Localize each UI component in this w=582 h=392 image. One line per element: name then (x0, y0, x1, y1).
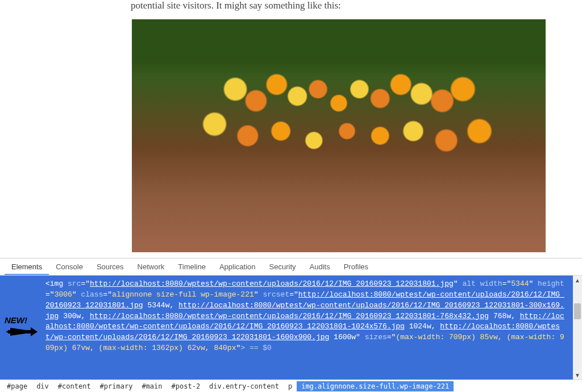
srcset-url-2[interactable]: http://localhost:8080/wptest/wp-content/… (90, 312, 489, 320)
dom-breadcrumb: #page div #content #primary #main #post-… (0, 380, 582, 392)
crumb-primary[interactable]: #primary (95, 381, 138, 391)
tab-profiles[interactable]: Profiles (337, 260, 375, 275)
crumb-content[interactable]: #content (53, 381, 95, 391)
scroll-up-icon[interactable]: ▲ (573, 276, 582, 285)
crumb-img[interactable]: img.alignnone.size-full.wp-image-221 (297, 381, 454, 391)
tab-audits[interactable]: Audits (303, 260, 337, 275)
crumb-p[interactable]: p (284, 381, 297, 391)
tab-elements[interactable]: Elements (5, 260, 49, 275)
scroll-track[interactable] (573, 285, 582, 370)
tab-security[interactable]: Security (263, 260, 303, 275)
tab-sources[interactable]: Sources (90, 260, 131, 275)
attr-height: 3006 (55, 290, 72, 299)
elements-panel-body: NEW! <img src="http://localhost:8080/wpt… (0, 276, 582, 380)
attr-width: 5344 (511, 280, 529, 288)
tab-application[interactable]: Application (213, 260, 263, 275)
crumb-main[interactable]: #main (137, 381, 167, 391)
attr-class: alignnone size-full wp-image-221 (112, 290, 254, 299)
attr-src[interactable]: http://localhost:8080/wptest/wp-content/… (90, 280, 454, 288)
arrow-icon (6, 327, 38, 336)
devtools-tabbar: Elements Console Sources Network Timelin… (0, 258, 582, 276)
intro-paragraph: potential site visitors. It might say so… (131, 0, 582, 11)
selected-element-html[interactable]: <img src="http://localhost:8080/wptest/w… (0, 276, 573, 380)
tab-console[interactable]: Console (49, 260, 90, 275)
tab-timeline[interactable]: Timeline (171, 260, 213, 275)
devtools-panel: Elements Console Sources Network Timelin… (0, 258, 582, 392)
webpage-content: potential site visitors. It might say so… (0, 0, 582, 258)
crumb-post[interactable]: #post-2 (167, 381, 205, 391)
tag-close: > == $0 (240, 344, 272, 352)
tab-network[interactable]: Network (131, 260, 172, 275)
vertical-scrollbar[interactable]: ▲ ▼ (573, 276, 582, 380)
crumb-page[interactable]: #page (2, 381, 32, 391)
crumb-div[interactable]: div (32, 381, 53, 391)
scroll-thumb[interactable] (574, 303, 581, 319)
tag-name: img (50, 280, 63, 288)
crumb-entry[interactable]: div.entry-content (205, 381, 284, 391)
embedded-image[interactable] (132, 19, 546, 252)
scroll-down-icon[interactable]: ▼ (573, 370, 582, 380)
new-annotation-label: NEW! (5, 315, 27, 325)
